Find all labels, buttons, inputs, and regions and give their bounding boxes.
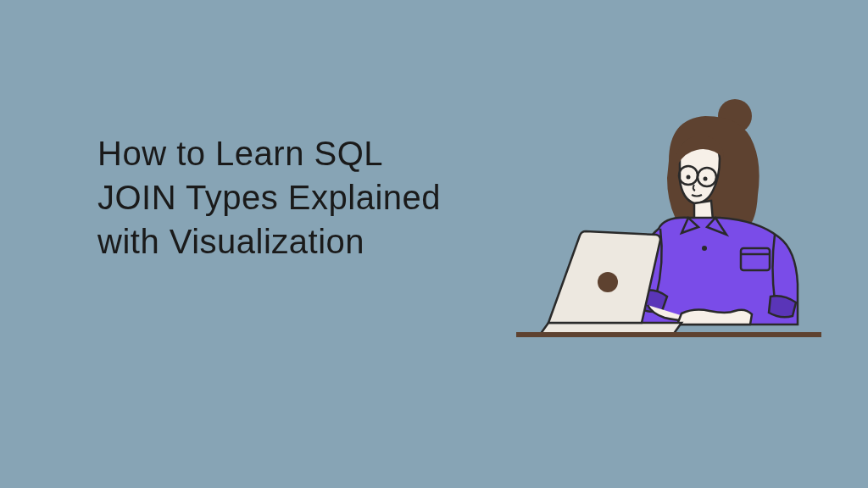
person-at-laptop-illustration [516, 97, 821, 360]
svg-point-4 [687, 175, 691, 180]
hero-title: How to Learn SQL JOIN Types Explained wi… [97, 131, 453, 263]
svg-point-8 [702, 246, 707, 251]
svg-point-9 [598, 272, 618, 292]
svg-line-3 [697, 175, 698, 176]
svg-point-5 [704, 177, 708, 181]
